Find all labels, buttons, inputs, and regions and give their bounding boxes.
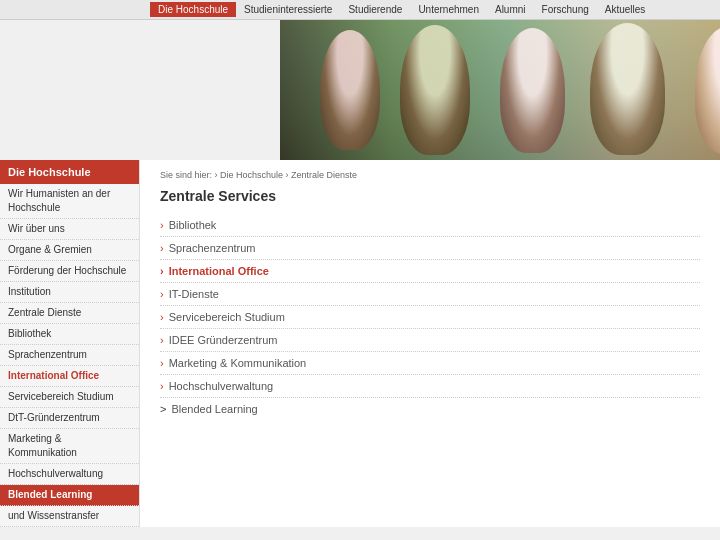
service-link-sprachenzentrum[interactable]: ›Sprachenzentrum (160, 237, 700, 260)
arrow-icon: › (160, 288, 164, 300)
sidebar-item-sprachenzentrum[interactable]: Sprachenzentrum (0, 345, 139, 366)
service-label: International Office (169, 265, 269, 277)
sidebar-item-marketing-kommunikation[interactable]: Marketing & Kommunikation (0, 429, 139, 464)
breadcrumb: Sie sind hier: › Die Hochschule › Zentra… (160, 170, 700, 180)
sidebar-item-zentrale-dienste[interactable]: Zentrale Dienste (0, 303, 139, 324)
service-label: Hochschulverwaltung (169, 380, 274, 392)
service-link-servicebereich-studium[interactable]: ›Servicebereich Studium (160, 306, 700, 329)
sidebar-item-foerderung[interactable]: Förderung der Hochschule (0, 261, 139, 282)
service-label: IT-Dienste (169, 288, 219, 300)
service-link-bibliothek[interactable]: ›Bibliothek (160, 214, 700, 237)
service-link-international-office[interactable]: ›International Office (160, 260, 700, 283)
service-label: Marketing & Kommunikation (169, 357, 307, 369)
service-link-marketing-kommunikation[interactable]: ›Marketing & Kommunikation (160, 352, 700, 375)
arrow-icon: › (160, 380, 164, 392)
nav-item-alumni[interactable]: Alumni (487, 4, 534, 15)
sidebar-item-bibliothek[interactable]: Bibliothek (0, 324, 139, 345)
sidebar-item-servicebereich-studium[interactable]: Servicebereich Studium (0, 387, 139, 408)
blended-learning-label: Blended Learning (171, 403, 257, 415)
sidebar-item-international-office[interactable]: International Office (0, 366, 139, 387)
nav-item-aktuelles[interactable]: Aktuelles (597, 4, 654, 15)
arrow-icon: › (160, 242, 164, 254)
sidebar-item-dtt-gruenderzentrum[interactable]: DtT-Gründerzentrum (0, 408, 139, 429)
arrow-icon: › (160, 334, 164, 346)
sidebar-header: Die Hochschule (0, 160, 139, 184)
sidebar-item-institution[interactable]: Institution (0, 282, 139, 303)
service-label: IDEE Gründerzentrum (169, 334, 278, 346)
service-label: Sprachenzentrum (169, 242, 256, 254)
arrow-icon: › (160, 219, 164, 231)
arrow-icon: › (160, 265, 164, 277)
hero-image: minimieren (280, 20, 720, 160)
sidebar-item-wir-humanisten[interactable]: Wir Humanisten an der Hochschule (0, 184, 139, 219)
nav-item-forschung[interactable]: Forschung (534, 4, 597, 15)
nav-item-unternehmen[interactable]: Unternehmen (410, 4, 487, 15)
sidebar-item-hochschulverwaltung[interactable]: Hochschulverwaltung (0, 464, 139, 485)
main-container: Die Hochschule Wir Humanisten an der Hoc… (0, 160, 720, 527)
content-area: Sie sind hier: › Die Hochschule › Zentra… (140, 160, 720, 527)
arrow-icon: > (160, 403, 166, 415)
arrow-icon: › (160, 357, 164, 369)
sidebar-item-wir-uber-uns[interactable]: Wir über uns (0, 219, 139, 240)
blended-learning-link[interactable]: > Blended Learning (160, 398, 700, 420)
sidebar: Die Hochschule Wir Humanisten an der Hoc… (0, 160, 140, 527)
service-link-it-dienste[interactable]: ›IT-Dienste (160, 283, 700, 306)
nav-item-studierende[interactable]: Studierende (340, 4, 410, 15)
service-link-hochschulverwaltung[interactable]: ›Hochschulverwaltung (160, 375, 700, 398)
sidebar-item-organe-gremien[interactable]: Organe & Gremien (0, 240, 139, 261)
page-title: Zentrale Services (160, 188, 700, 204)
arrow-icon: › (160, 311, 164, 323)
service-link-idee-gruenderzentrum[interactable]: ›IDEE Gründerzentrum (160, 329, 700, 352)
nav-item-studieninteressierte[interactable]: Studieninteressierte (236, 4, 340, 15)
service-label: Bibliothek (169, 219, 217, 231)
sidebar-item-blended-learning[interactable]: Blended Learning (0, 485, 139, 506)
service-label: Servicebereich Studium (169, 311, 285, 323)
nav-item-die-hochschule[interactable]: Die Hochschule (150, 2, 236, 17)
top-navigation: Die HochschuleStudieninteressierteStudie… (0, 0, 720, 20)
sidebar-item-wissenstransfer[interactable]: und Wissenstransfer (0, 506, 139, 527)
